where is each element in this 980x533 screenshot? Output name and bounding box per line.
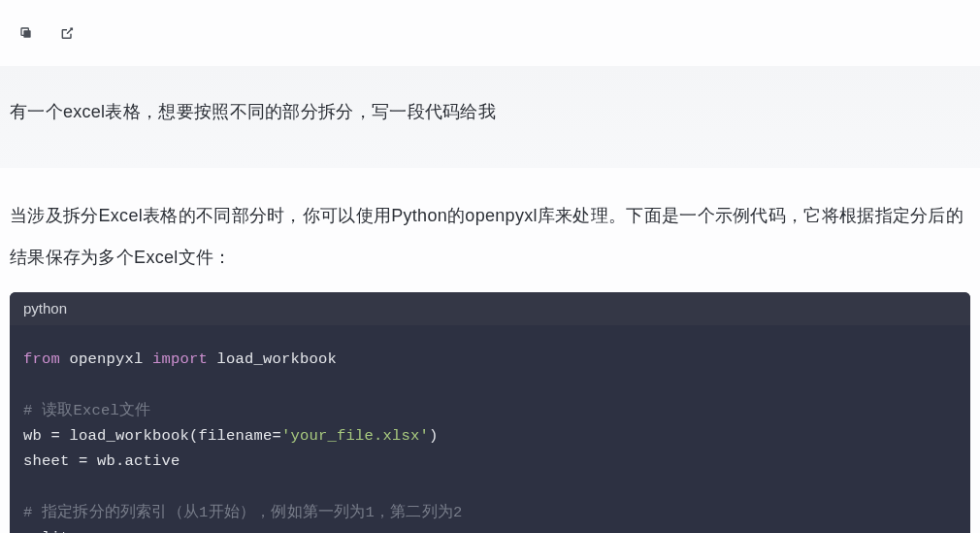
svg-rect-0 [23, 30, 30, 37]
code-block: python from openpyxl import load_workboo… [10, 292, 970, 533]
code-language-label: python [23, 300, 67, 316]
code-token-text: ) [429, 427, 439, 445]
code-token-keyword: import [152, 350, 208, 368]
code-token-text: split [23, 529, 70, 533]
code-token-keyword: from [23, 350, 60, 368]
code-token-text: wb = load_workbook(filename= [23, 427, 281, 445]
toolbar [0, 0, 980, 66]
code-token-comment: # 指定拆分的列索引（从1开始），例如第一列为1，第二列为2 [23, 504, 463, 521]
code-token-string: 'your_file.xlsx' [281, 427, 429, 445]
code-token-function: load_workbook [217, 350, 338, 368]
copy-icon[interactable] [17, 24, 35, 42]
user-message-text: 有一个excel表格，想要按照不同的部分拆分，写一段代码给我 [10, 102, 496, 121]
code-body[interactable]: from openpyxl import load_workbook # 读取E… [10, 325, 970, 533]
assistant-intro-text: 当涉及拆分Excel表格的不同部分时，你可以使用Python的openpyxl库… [10, 195, 970, 279]
code-header: python [10, 292, 970, 325]
code-token-text: sheet = wb.active [23, 452, 180, 470]
assistant-message: 当涉及拆分Excel表格的不同部分时，你可以使用Python的openpyxl库… [0, 168, 980, 533]
code-token-module: openpyxl [70, 350, 144, 368]
open-external-icon[interactable] [58, 24, 76, 42]
code-token-comment: # 读取Excel文件 [23, 402, 150, 419]
user-message: 有一个excel表格，想要按照不同的部分拆分，写一段代码给我 [0, 66, 980, 168]
